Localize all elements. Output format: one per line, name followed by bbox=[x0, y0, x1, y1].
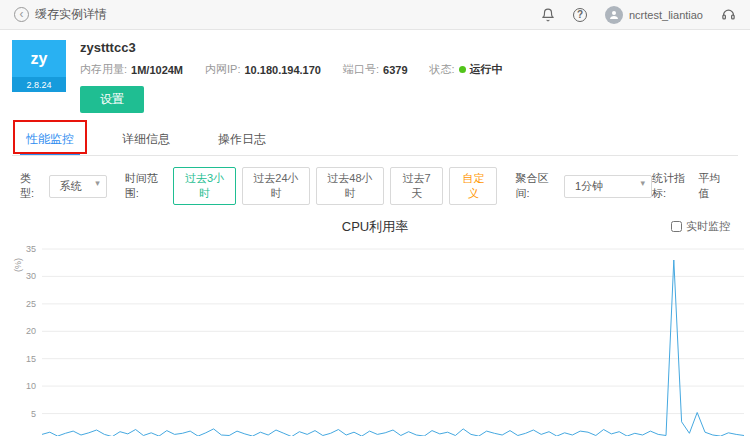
type-label: 类型: bbox=[20, 171, 43, 201]
highlight-annotation-box bbox=[13, 120, 87, 154]
instance-field-status: 状态:运行中 bbox=[430, 62, 503, 77]
topbar: ‹ 缓存实例详情 ? ncrtest_liantiao bbox=[0, 0, 750, 30]
instance-field-memory: 内存用量:1M/1024M bbox=[80, 62, 183, 77]
tab-detail-info[interactable]: 详细信息 bbox=[116, 123, 176, 155]
realtime-label: 实时监控 bbox=[686, 219, 730, 234]
help-icon[interactable]: ? bbox=[573, 8, 587, 22]
svg-text:25: 25 bbox=[26, 299, 36, 309]
tab-performance-monitor[interactable]: 性能监控 bbox=[20, 123, 80, 155]
type-select-value: 系统 bbox=[60, 180, 82, 192]
tabs: 性能监控详细信息操作日志 bbox=[12, 123, 738, 156]
svg-text:15: 15 bbox=[26, 354, 36, 364]
svg-text:30: 30 bbox=[26, 271, 36, 281]
instance-info: 内存用量:1M/1024M内网IP:10.180.194.170端口号:6379… bbox=[80, 62, 738, 77]
range-button-custom-range[interactable]: 自定义 bbox=[449, 167, 497, 205]
range-button-last-24h[interactable]: 过去24小时 bbox=[242, 167, 310, 205]
interval-label: 聚合区间: bbox=[515, 171, 558, 201]
tab-operation-log[interactable]: 操作日志 bbox=[212, 123, 272, 155]
svg-text:35: 35 bbox=[26, 244, 36, 254]
svg-text:(%): (%) bbox=[13, 258, 23, 272]
instance-field-private-ip: 内网IP:10.180.194.170 bbox=[205, 62, 321, 77]
interval-select[interactable]: 1分钟 ▾ bbox=[564, 175, 652, 198]
username: ncrtest_liantiao bbox=[629, 9, 703, 21]
realtime-checkbox[interactable] bbox=[671, 221, 682, 232]
chart-title: CPU利用率 bbox=[342, 219, 408, 234]
chevron-down-icon: ▾ bbox=[641, 178, 646, 188]
svg-text:20: 20 bbox=[26, 326, 36, 336]
time-range-label: 时间范围: bbox=[125, 171, 168, 201]
filter-bar: 类型: 系统 ▾ 时间范围: 过去3小时过去24小时过去48小时过去7天自定义 … bbox=[12, 156, 738, 209]
instance-avatar-text: zy bbox=[12, 40, 66, 77]
support-headset-icon[interactable] bbox=[721, 7, 736, 22]
chevron-down-icon: ▾ bbox=[95, 178, 100, 188]
metric-value: 平均值 bbox=[698, 171, 728, 201]
instance-field-port: 端口号:6379 bbox=[343, 62, 408, 77]
settings-button[interactable]: 设置 bbox=[80, 86, 144, 113]
time-range-group: 过去3小时过去24小时过去48小时过去7天自定义 bbox=[173, 167, 497, 205]
metric-label: 统计指标: bbox=[652, 171, 694, 201]
user-avatar-icon bbox=[605, 6, 623, 24]
instance-avatar: zy 2.8.24 bbox=[12, 40, 66, 113]
interval-select-value: 1分钟 bbox=[575, 180, 603, 192]
user-menu[interactable]: ncrtest_liantiao bbox=[605, 6, 703, 24]
svg-text:10: 10 bbox=[26, 381, 36, 391]
range-button-last-7d[interactable]: 过去7天 bbox=[390, 167, 443, 205]
range-button-last-48h[interactable]: 过去48小时 bbox=[316, 167, 384, 205]
status-dot bbox=[459, 66, 466, 73]
realtime-monitor-toggle[interactable]: 实时监控 bbox=[671, 219, 730, 234]
svg-text:5: 5 bbox=[31, 409, 36, 419]
type-select[interactable]: 系统 ▾ bbox=[49, 175, 107, 198]
chart-header: CPU利用率 实时监控 bbox=[12, 217, 738, 235]
instance-name: zystttcc3 bbox=[80, 40, 738, 55]
instance-version: 2.8.24 bbox=[12, 77, 66, 92]
cpu-utilization-chart: 0510152025303524日12时36分24日12时48分24日13时00… bbox=[12, 237, 750, 436]
instance-header: zy 2.8.24 zystttcc3 内存用量:1M/1024M内网IP:10… bbox=[12, 40, 738, 113]
page-title: 缓存实例详情 bbox=[35, 6, 107, 23]
back-button[interactable]: ‹ bbox=[14, 7, 29, 22]
range-button-last-3h[interactable]: 过去3小时 bbox=[173, 167, 236, 205]
notification-bell-icon[interactable] bbox=[541, 8, 555, 22]
